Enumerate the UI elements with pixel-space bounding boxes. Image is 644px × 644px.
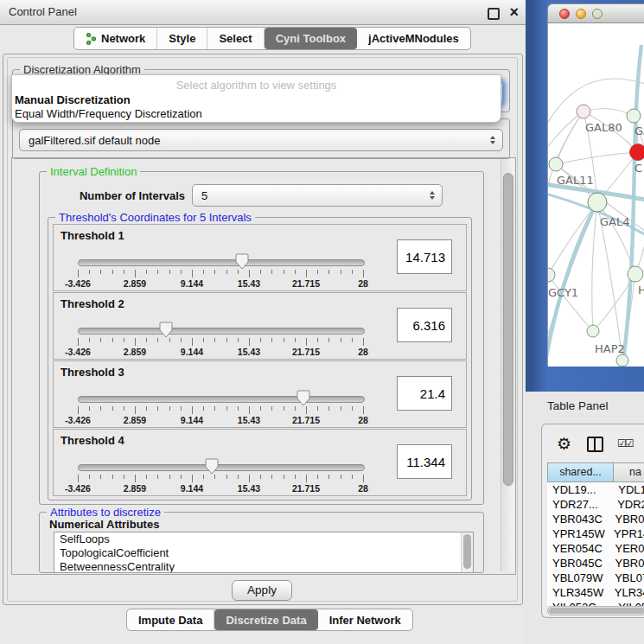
table-row[interactable]: YER054CYER054C [547, 541, 644, 556]
control-panel-window: Control Panel × NetworkStyleSelectCyni T… [0, 0, 526, 644]
tab-label: jActiveMNodules [368, 32, 459, 45]
close-icon[interactable]: × [509, 2, 519, 22]
partial-bottom-node[interactable] [616, 354, 628, 367]
table-cell: YDR27... [547, 497, 610, 512]
combo-stepper-icon [490, 136, 495, 144]
network-window-titlebar[interactable] [547, 3, 644, 23]
dropdown-option-manual-discretization[interactable]: Manual Discretization [15, 93, 131, 106]
dropdown-option-equal-width-frequency-discretization[interactable]: Equal Width/Frequency Discretization [15, 107, 202, 120]
tab-select[interactable]: Select [207, 28, 264, 49]
number-of-intervals-combo[interactable]: 5 [192, 184, 443, 207]
gear-icon[interactable]: ⚙ [557, 434, 571, 454]
table-cell: YDL19... [547, 482, 611, 497]
node-label-gal11: GAL11 [557, 174, 594, 187]
network-edge-thick [548, 202, 597, 365]
slider-track[interactable] [78, 464, 365, 471]
slider-thumb[interactable] [205, 458, 219, 475]
tab-discretize-data[interactable]: Discretize Data [214, 609, 317, 630]
thresholds-group-title: Threshold's Coordinates for 5 Intervals [55, 211, 255, 224]
split-columns-icon[interactable] [587, 437, 603, 452]
list-scrollbar[interactable] [461, 532, 473, 572]
table-cell: YDR27... [610, 497, 644, 512]
apply-button[interactable]: Apply [232, 580, 292, 601]
tab-infer-network[interactable]: Infer Network [318, 609, 412, 630]
table-row[interactable]: YPR145WYPR145W [547, 526, 644, 541]
network-edge-thick [622, 45, 641, 367]
threshold-value-field[interactable]: 21.4 [397, 376, 452, 411]
threshold-label: Threshold 1 [61, 229, 124, 242]
number-of-intervals-value: 5 [201, 189, 207, 202]
threshold-label: Threshold 2 [61, 297, 124, 310]
horizontal-scrollbar[interactable] [547, 606, 644, 615]
scrollbar-thumb[interactable] [463, 534, 471, 569]
table-header: shared...na [547, 462, 644, 482]
number-of-intervals-label: Number of Intervals [43, 189, 185, 202]
table-cell: YLR345W [608, 585, 644, 600]
threshold-value-field[interactable]: 14.713 [397, 239, 452, 274]
network-view-window: GAL80GACGAL11GAL4GCY1HHAP2 [547, 3, 644, 367]
red-node[interactable] [630, 144, 644, 161]
table-cell: YIL052C [547, 600, 611, 606]
list-item-betweennesscentrality[interactable]: BetweennessCentrality [54, 560, 473, 573]
tab-label: Network [101, 32, 145, 45]
top-tabbar: NetworkStyleSelectCyni ToolboxjActiveMNo… [73, 27, 471, 50]
partial-top-right-node[interactable] [627, 109, 641, 123]
column-header-shared-[interactable]: shared... [547, 462, 614, 482]
threshold-value-field[interactable]: 6.316 [397, 308, 452, 342]
GAL80-node[interactable] [577, 105, 590, 118]
GAL11-node[interactable] [549, 157, 563, 171]
table-row[interactable]: YBR045CYBR045C [547, 556, 644, 571]
numerical-attributes-label: Numerical Attributes [49, 518, 159, 531]
network-canvas[interactable]: GAL80GACGAL11GAL4GCY1HHAP2 [547, 23, 644, 367]
tab-jactivemnodules[interactable]: jActiveMNodules [357, 28, 470, 49]
table-row[interactable]: YBL079WYBL079W [547, 571, 644, 585]
slider-thumb[interactable] [235, 253, 249, 270]
list-item-topologicalcoefficient[interactable]: TopologicalCoefficient [54, 546, 473, 560]
tab-label: Select [219, 32, 252, 45]
float-window-icon[interactable] [488, 8, 500, 20]
table-row[interactable]: YBR043CYBR043C [547, 512, 644, 526]
table-data-combo[interactable]: galFiltered.sif default node [19, 129, 503, 151]
slider-thumb[interactable] [159, 322, 173, 338]
numerical-attributes-list[interactable]: SelfLoopsTopologicalCoefficientBetweenne… [54, 532, 474, 573]
node-label-gcy1: GCY1 [548, 286, 578, 299]
tab-network[interactable]: Network [74, 28, 157, 49]
scrollbar-thumb[interactable] [503, 173, 513, 486]
slider-scale-labels: -3.4262.8599.14415.4321.71528 [78, 415, 363, 425]
HAP2-node[interactable] [587, 325, 599, 337]
table-row[interactable]: YDR27...YDR27... [547, 497, 644, 512]
close-traffic-light-icon[interactable] [559, 9, 570, 19]
GAL4-node[interactable] [588, 193, 607, 212]
vertical-scrollbar[interactable] [501, 159, 514, 571]
column-header-na[interactable]: na [614, 462, 644, 482]
threshold-value-field[interactable]: 11.344 [397, 444, 452, 479]
table-row[interactable]: YIL052CYIL052C [547, 600, 644, 606]
slider-track[interactable] [78, 328, 365, 335]
threshold-row-1: Threshold 1-3.4262.8599.14415.4321.71528… [53, 224, 467, 291]
network-graph: GAL80GACGAL11GAL4GCY1HHAP2 [548, 23, 644, 367]
scrollbar-thumb[interactable] [549, 608, 644, 614]
slider-scale-labels: -3.4262.8599.14415.4321.71528 [78, 278, 363, 289]
table-row[interactable]: YLR345WYLR345W [547, 585, 644, 600]
threshold-row-2: Threshold 2-3.4262.8599.14415.4321.71528… [53, 292, 467, 360]
H-node[interactable] [628, 266, 643, 282]
attributes-group-title: Attributes to discretize [47, 506, 164, 519]
list-item-selfloops[interactable]: SelfLoops [54, 532, 473, 546]
tab-label: Infer Network [329, 614, 401, 627]
table-row[interactable]: YDL19...YDL19... [547, 482, 644, 497]
algorithm-dropdown-popup: Select algorithm to view settings Manual… [11, 74, 501, 123]
slider-track[interactable] [78, 396, 365, 403]
tab-label: Impute Data [138, 614, 202, 627]
tab-style[interactable]: Style [157, 28, 207, 49]
threshold-row-3: Threshold 3-3.4262.8599.14415.4321.71528… [53, 360, 467, 428]
minimize-traffic-light-icon[interactable] [576, 9, 586, 19]
GCY1-node[interactable] [548, 268, 555, 282]
select-columns-checkboxes-icon[interactable]: ☑☑ [617, 437, 633, 450]
slider-track[interactable] [78, 259, 365, 266]
tab-impute-data[interactable]: Impute Data [127, 609, 214, 630]
zoom-traffic-light-icon[interactable] [592, 9, 603, 19]
slider-thumb[interactable] [296, 390, 310, 406]
network-edge [556, 112, 583, 164]
table-cell: YER054C [608, 541, 644, 556]
tab-cyni-toolbox[interactable]: Cyni Toolbox [265, 28, 357, 49]
